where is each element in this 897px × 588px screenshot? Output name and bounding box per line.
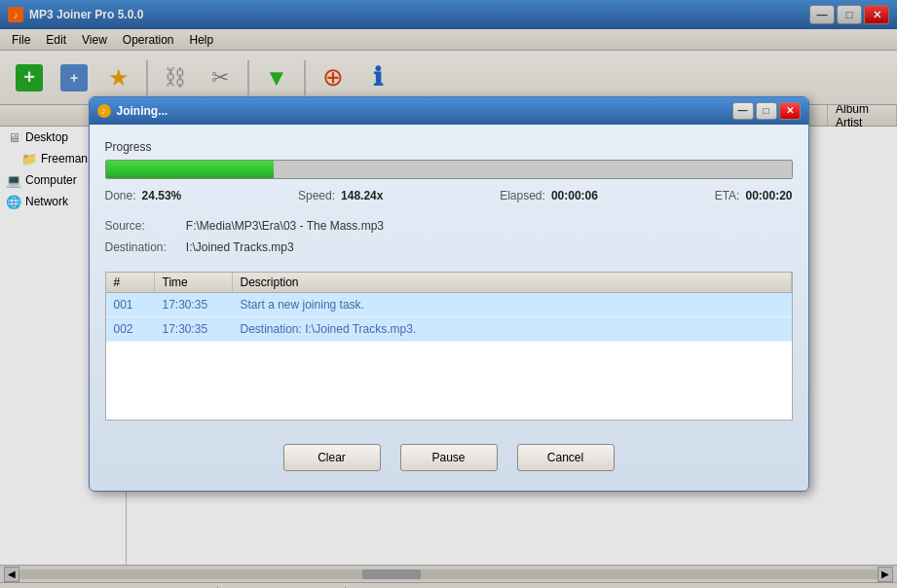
elapsed-label: Elapsed: — [500, 189, 545, 202]
progress-label: Progress — [105, 140, 793, 154]
dialog-overlay: ♪ Joining... — □ ✕ Progress Done: 24.53% — [0, 0, 897, 588]
log-row-2[interactable]: 002 17:30:35 Destination: I:\Joined Trac… — [106, 317, 792, 342]
stat-elapsed: Elapsed: 00:00:06 — [500, 189, 598, 202]
dialog-footer: Clear Pause Cancel — [105, 436, 793, 475]
log-table: # Time Description 001 17:30:35 Start a … — [105, 272, 793, 421]
source-value: F:\Media\MP3\Era\03 - The Mass.mp3 — [186, 219, 384, 233]
log-col-time: Time — [155, 273, 233, 292]
speed-value: 148.24x — [341, 189, 383, 202]
done-value: 24.53% — [142, 189, 182, 202]
elapsed-value: 00:00:06 — [551, 189, 598, 202]
joining-dialog: ♪ Joining... — □ ✕ Progress Done: 24.53% — [89, 96, 809, 492]
stat-eta: ETA: 00:00:20 — [715, 189, 793, 202]
destination-value: I:\Joined Tracks.mp3 — [186, 240, 294, 254]
dialog-body: Progress Done: 24.53% Speed: 148.24x Ela… — [90, 125, 808, 491]
log-row-1[interactable]: 001 17:30:35 Start a new joining task. — [106, 293, 792, 317]
done-label: Done: — [105, 189, 136, 202]
log-time-2: 17:30:35 — [155, 320, 233, 338]
log-desc-2: Destination: I:\Joined Tracks.mp3. — [233, 320, 792, 338]
dialog-title-controls: — □ ✕ — [732, 102, 801, 120]
dialog-close-button[interactable]: ✕ — [779, 102, 801, 120]
clear-button[interactable]: Clear — [283, 444, 381, 471]
progress-stats: Done: 24.53% Speed: 148.24x Elapsed: 00:… — [105, 189, 793, 202]
log-time-1: 17:30:35 — [155, 296, 233, 313]
log-num-2: 002 — [106, 320, 155, 338]
progress-bar — [106, 161, 275, 178]
log-empty-area — [106, 342, 792, 420]
eta-label: ETA: — [715, 189, 740, 202]
destination-label: Destination: — [105, 238, 183, 259]
speed-label: Speed: — [298, 189, 335, 202]
dialog-title-bar: ♪ Joining... — □ ✕ — [90, 97, 808, 125]
destination-line: Destination: I:\Joined Tracks.mp3 — [105, 238, 793, 259]
log-col-num: # — [106, 273, 155, 292]
stat-done: Done: 24.53% — [105, 189, 182, 202]
stat-speed: Speed: 148.24x — [298, 189, 383, 202]
source-dest-info: Source: F:\Media\MP3\Era\03 - The Mass.m… — [105, 216, 793, 258]
dialog-restore-button[interactable]: □ — [756, 102, 777, 120]
cancel-button[interactable]: Cancel — [517, 444, 615, 471]
pause-button[interactable]: Pause — [400, 444, 498, 471]
log-desc-1: Start a new joining task. — [233, 296, 792, 313]
dialog-title-icon: ♪ — [97, 104, 111, 118]
dialog-title-left: ♪ Joining... — [97, 104, 168, 118]
dialog-minimize-button[interactable]: — — [732, 102, 754, 120]
source-line: Source: F:\Media\MP3\Era\03 - The Mass.m… — [105, 216, 793, 238]
log-col-desc: Description — [233, 273, 792, 292]
source-label: Source: — [105, 216, 183, 238]
log-header: # Time Description — [106, 273, 792, 293]
log-num-1: 001 — [106, 296, 155, 313]
dialog-title: Joining... — [117, 104, 168, 118]
eta-value: 00:00:20 — [745, 189, 792, 202]
progress-track — [105, 160, 793, 179]
